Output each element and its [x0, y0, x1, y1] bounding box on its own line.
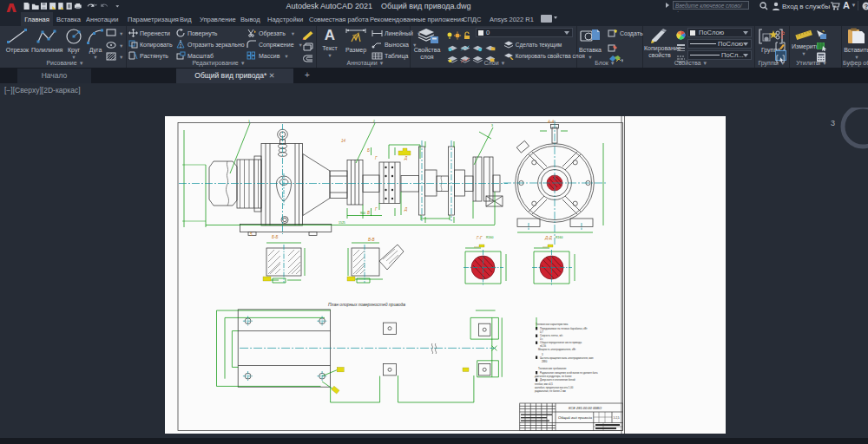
svg-text:Общий вид привода: Общий вид привода [558, 415, 593, 420]
svg-text:3: 3 [491, 124, 493, 127]
svg-text:Частота вращения вала электрод: Частота вращения вала электродвигателя, … [540, 356, 594, 360]
svg-text:А-А: А-А [547, 120, 555, 124]
svg-text:2: 2 [373, 120, 375, 123]
svg-text:Г-Г: Г-Г [477, 236, 483, 240]
svg-text:радиальная, не более 2 мм: радиальная, не более 2 мм [535, 389, 566, 393]
svg-text:Мощность электродвигателя, кВт: Мощность электродвигателя, кВт [538, 348, 576, 351]
svg-text:Передаваемая на тяговых бараба: Передаваемая на тяговых барабанах, кВт [540, 327, 588, 330]
svg-text:1: 1 [248, 120, 250, 123]
svg-text:В-В: В-В [368, 238, 375, 242]
svg-text:Общая передаточное число приво: Общая передаточное число привода [540, 341, 582, 344]
svg-text:План опорных поверхностей прив: План опорных поверхностей привода [328, 302, 405, 307]
svg-text:14: 14 [341, 139, 346, 143]
svg-text:?: ? [865, 3, 868, 10]
svg-text:R160: R160 [486, 236, 493, 239]
svg-text:R160: R160 [556, 236, 562, 239]
svg-text:КСЕ 281.00.00 00ВО: КСЕ 281.00.00 00ВО [569, 406, 602, 410]
svg-text:1:2,5: 1:2,5 [614, 416, 620, 420]
svg-text:2880: 2880 [542, 360, 548, 363]
svg-text:Д-Д: Д-Д [544, 236, 553, 240]
svg-text:3: 3 [831, 119, 835, 127]
svg-text:В: В [367, 211, 370, 215]
svg-text:Техническая характеристика: Техническая характеристика [536, 323, 569, 326]
svg-text:1525: 1525 [339, 221, 345, 225]
svg-text:Б: Б [367, 148, 370, 153]
svg-text:Скорость ленты, м/с: Скорость ленты, м/с [540, 334, 563, 337]
svg-text:Технические требования: Технические требования [538, 367, 567, 370]
svg-text:Допускается отклонение белой: Допускается отклонение белой [540, 378, 575, 382]
svg-text:900: 900 [360, 212, 365, 215]
svg-text:Б-Б: Б-Б [272, 235, 278, 239]
